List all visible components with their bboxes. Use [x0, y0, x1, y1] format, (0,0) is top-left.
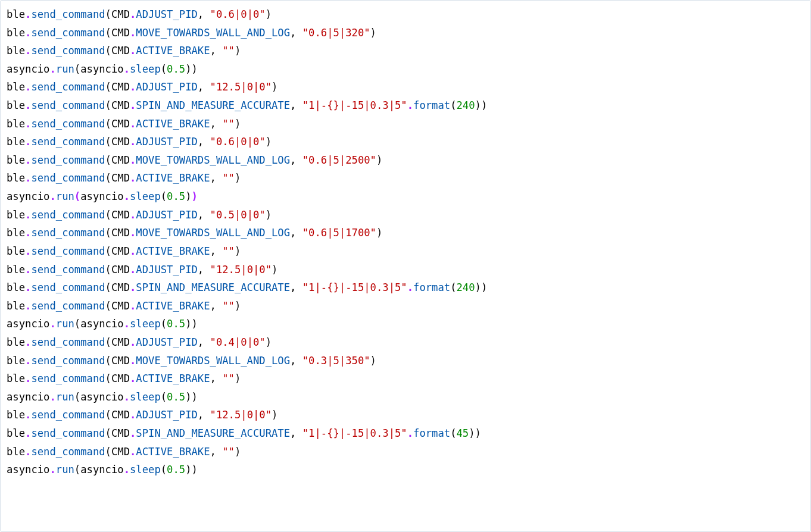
code-token: .: [130, 446, 136, 458]
code-token: ,: [198, 136, 210, 148]
code-token: 0.5: [167, 464, 185, 475]
code-token: "0.6|5|1700": [302, 227, 376, 239]
code-token: .: [25, 227, 31, 239]
code-token: ,: [290, 427, 302, 439]
code-token: (CMD: [105, 281, 130, 293]
code-token: sleep: [130, 391, 161, 403]
code-token: ble: [7, 172, 25, 184]
code-token: ACTIVE_BRAKE: [136, 300, 210, 312]
code-token: (CMD: [105, 373, 130, 384]
code-token: ADJUST_PID: [136, 136, 197, 148]
code-token: "0.6|5|320": [302, 27, 370, 39]
code-token: .: [130, 245, 136, 257]
code-token: "1|-{}|-15|0.3|5": [302, 99, 407, 111]
code-token: ,: [210, 300, 223, 312]
code-token: .: [25, 154, 31, 166]
code-line: ble.send_command(CMD.SPIN_AND_MEASURE_AC…: [7, 427, 481, 439]
code-token: send_command: [31, 118, 105, 130]
code-line: ble.send_command(CMD.MOVE_TOWARDS_WALL_A…: [7, 355, 376, 367]
code-token: run: [56, 63, 74, 75]
code-token: (CMD: [105, 409, 130, 421]
code-line: ble.send_command(CMD.MOVE_TOWARDS_WALL_A…: [7, 227, 382, 239]
code-token: ,: [290, 355, 302, 367]
code-token: )): [469, 427, 481, 439]
code-token: .: [25, 373, 31, 384]
code-token: (CMD: [105, 45, 130, 57]
code-token: asyncio: [80, 190, 123, 202]
code-token: ): [376, 154, 382, 166]
code-token: send_command: [31, 281, 105, 293]
code-line: asyncio.run(asyncio.sleep(0.5)): [7, 190, 198, 202]
code-token: .: [25, 81, 31, 93]
code-token: "": [222, 300, 235, 312]
code-token: "12.5|0|0": [210, 81, 272, 93]
code-token: )): [185, 391, 198, 403]
code-token: ): [185, 190, 191, 202]
code-token: .: [130, 355, 136, 367]
code-token: .: [130, 336, 136, 348]
code-token: ,: [210, 373, 223, 384]
code-token: asyncio: [7, 190, 49, 202]
code-token: .: [130, 264, 136, 276]
code-token: ): [235, 118, 241, 130]
code-token: ble: [7, 27, 25, 39]
code-token: .: [130, 8, 136, 20]
code-token: .: [49, 464, 55, 475]
code-token: send_command: [31, 300, 105, 312]
code-line: asyncio.run(asyncio.sleep(0.5)): [7, 391, 198, 403]
code-line: ble.send_command(CMD.SPIN_AND_MEASURE_AC…: [7, 99, 487, 111]
code-token: send_command: [31, 446, 105, 458]
code-token: ble: [7, 118, 25, 130]
code-line: ble.send_command(CMD.ADJUST_PID, "0.4|0|…: [7, 336, 272, 348]
code-token: ): [266, 336, 272, 348]
code-token: ,: [198, 8, 210, 20]
code-token: send_command: [31, 172, 105, 184]
code-token: asyncio: [7, 63, 49, 75]
code-token: ,: [290, 227, 302, 239]
code-token: .: [25, 136, 31, 148]
code-token: send_command: [31, 136, 105, 148]
code-token: ble: [7, 300, 25, 312]
code-token: "0.6|0|0": [210, 8, 266, 20]
code-token: .: [130, 427, 136, 439]
code-line: asyncio.run(asyncio.sleep(0.5)): [7, 63, 198, 75]
code-token: .: [49, 190, 55, 202]
code-token: ): [266, 8, 272, 20]
code-token: (CMD: [105, 8, 130, 20]
code-token: .: [25, 172, 31, 184]
code-token: )): [185, 63, 198, 75]
code-token: )): [475, 99, 488, 111]
code-token: ): [370, 355, 376, 367]
code-line: ble.send_command(CMD.ADJUST_PID, "12.5|0…: [7, 264, 277, 276]
code-token: ble: [7, 245, 25, 257]
code-token: ble: [7, 45, 25, 57]
code-token: MOVE_TOWARDS_WALL_AND_LOG: [136, 227, 290, 239]
code-token: ADJUST_PID: [136, 409, 197, 421]
code-token: run: [56, 318, 74, 330]
code-token: (CMD: [105, 81, 130, 93]
code-token: .: [130, 209, 136, 221]
code-line: ble.send_command(CMD.ACTIVE_BRAKE, ""): [7, 446, 241, 458]
code-token: ): [370, 27, 376, 39]
code-token: .: [25, 336, 31, 348]
code-token: ): [376, 227, 382, 239]
code-token: ): [235, 172, 241, 184]
code-token: ): [266, 136, 272, 148]
code-token: run: [56, 391, 74, 403]
code-token: "": [222, 245, 235, 257]
code-token: ): [192, 190, 198, 202]
code-token: (: [161, 391, 167, 403]
code-token: "0.6|5|2500": [302, 154, 376, 166]
code-token: ,: [290, 27, 302, 39]
code-token: send_command: [31, 8, 105, 20]
code-token: ble: [7, 81, 25, 93]
code-token: ADJUST_PID: [136, 264, 197, 276]
code-token: .: [130, 99, 136, 111]
code-token: ,: [198, 209, 210, 221]
code-token: (: [161, 464, 167, 475]
code-token: (CMD: [105, 136, 130, 148]
code-token: .: [130, 27, 136, 39]
code-token: SPIN_AND_MEASURE_ACCURATE: [136, 99, 290, 111]
code-token: "0.6|0|0": [210, 136, 266, 148]
code-token: send_command: [31, 264, 105, 276]
